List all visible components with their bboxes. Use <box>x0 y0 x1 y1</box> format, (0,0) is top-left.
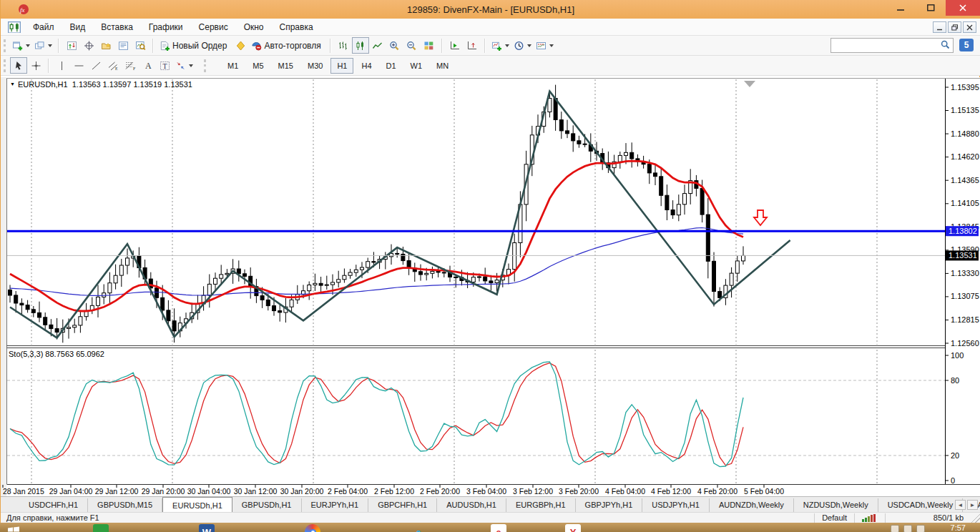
tray-icon[interactable] <box>891 525 899 532</box>
arrows-button[interactable] <box>173 57 195 74</box>
timeframe-W1-button[interactable]: W1 <box>404 58 429 74</box>
text-button[interactable]: A <box>139 57 156 74</box>
dropdown-arrow-icon[interactable] <box>549 44 554 47</box>
new-order-button[interactable]: Новый Ордер <box>157 37 232 54</box>
toolbar-grip[interactable] <box>4 39 7 52</box>
timeframe-D1-button[interactable]: D1 <box>380 58 403 74</box>
time-axis[interactable]: 28 Jan 201529 Jan 04:0029 Jan 12:0029 Ja… <box>3 485 784 496</box>
price-axis[interactable]: 1.153951.151351.148801.146201.143651.141… <box>945 79 980 485</box>
timeframe-H1-button[interactable]: H1 <box>330 58 353 74</box>
cursor-button[interactable] <box>10 57 27 74</box>
taskbar-app-yandex-browser[interactable]: Y <box>565 524 581 532</box>
taskbar-app-chrome[interactable] <box>305 524 320 532</box>
stochastic-indicator-label[interactable]: Sto(5,3,3) 88.7563 65.0962 <box>9 350 104 358</box>
maximize-button[interactable] <box>916 0 946 16</box>
mql5-community-icon[interactable]: 5 <box>959 39 974 51</box>
start-button[interactable] <box>6 524 21 532</box>
chart-line-button[interactable] <box>369 37 386 54</box>
chart-shift-button[interactable] <box>464 37 481 54</box>
menu-item-Вставка[interactable]: Вставка <box>93 20 141 34</box>
dropdown-arrow-icon[interactable] <box>26 44 30 47</box>
timeframe-M1-button[interactable]: M1 <box>221 58 245 74</box>
toolbar-grip[interactable] <box>204 59 207 72</box>
dropdown-arrow-icon[interactable] <box>189 64 193 67</box>
chart-bars-button[interactable] <box>335 37 352 54</box>
crosshair-button[interactable] <box>27 57 44 74</box>
menu-item-Сервис[interactable]: Сервис <box>191 20 236 34</box>
chart-tab-EURJPYh,H1[interactable]: EURJPYh,H1 <box>302 498 369 512</box>
templates-button[interactable] <box>534 37 556 54</box>
indicators-button[interactable] <box>489 37 511 54</box>
chart-tab-USDJPYh,H1[interactable]: USDJPYh,H1 <box>642 498 710 512</box>
chart-tab-EURUSDh,H1[interactable]: EURUSDh,H1 <box>162 497 232 512</box>
tray-icon[interactable] <box>916 525 925 532</box>
zoom-out-button[interactable] <box>403 37 421 54</box>
taskbar-app-word[interactable]: W <box>199 524 215 532</box>
chart-tab-GBPJPYh,H1[interactable]: GBPJPYh,H1 <box>576 498 643 512</box>
mdi-minimize-button[interactable] <box>933 21 946 33</box>
tabs-scroll-right-icon[interactable]: ► <box>967 500 978 510</box>
taskbar-app-internet-explorer[interactable]: e <box>411 524 426 532</box>
chart-candles-button[interactable] <box>352 37 369 54</box>
chart-tab-NZDUSDh,Weekly[interactable]: NZDUSDh,Weekly <box>794 498 878 512</box>
menu-item-Файл[interactable]: Файл <box>25 20 62 34</box>
label-button[interactable]: T <box>156 57 173 74</box>
close-button[interactable] <box>946 0 980 16</box>
tray-icon[interactable] <box>903 525 912 532</box>
autotrading-button[interactable]: Авто-торговля <box>249 37 325 54</box>
zoom-in-button[interactable] <box>386 37 403 54</box>
trendline-button[interactable] <box>87 57 104 74</box>
strategy-tester-button[interactable] <box>132 37 149 54</box>
title-bar[interactable]: fx 129859: DivenFX-Main - [EURUSDh,H1] <box>1 0 980 19</box>
navigator-button[interactable] <box>97 37 114 54</box>
mdi-restore-button[interactable] <box>948 21 961 33</box>
new-chart-button[interactable] <box>10 37 32 54</box>
market-watch-button[interactable] <box>63 37 80 54</box>
menu-item-Справка[interactable]: Справка <box>272 20 321 34</box>
autoscroll-button[interactable] <box>446 37 464 54</box>
dropdown-arrow-icon[interactable] <box>505 44 509 47</box>
chevron-down-icon[interactable]: ▼ <box>10 82 15 87</box>
metaeditor-button[interactable] <box>232 37 249 54</box>
resize-grip[interactable] <box>971 513 980 523</box>
mdi-close-button[interactable] <box>963 21 976 33</box>
toolbar-grip[interactable] <box>4 59 7 72</box>
dropdown-arrow-icon[interactable] <box>48 44 52 47</box>
vline-button[interactable] <box>53 57 70 74</box>
tabs-scroll-left-icon[interactable]: ◄ <box>955 500 966 510</box>
periods-button[interactable] <box>511 37 534 54</box>
menu-item-Вид[interactable]: Вид <box>62 20 94 34</box>
terminal-button[interactable] <box>114 37 132 54</box>
hline-button[interactable] <box>70 57 87 74</box>
windows-taskbar[interactable]: WeaY 7:57 <box>0 523 980 532</box>
profile-selector[interactable]: Default <box>814 513 854 523</box>
data-window-button[interactable] <box>80 37 97 54</box>
timeframe-M5-button[interactable]: M5 <box>246 58 270 74</box>
timeframe-M15-button[interactable]: M15 <box>272 58 300 74</box>
tile-windows-button[interactable] <box>421 37 438 54</box>
chart-tab-EURGBPh,H1[interactable]: EURGBPh,H1 <box>506 498 576 512</box>
menu-item-Графики[interactable]: Графики <box>141 20 191 34</box>
chart-tab-GBPUSDh,M15[interactable]: GBPUSDh,M15 <box>88 498 162 512</box>
search-icon[interactable] <box>938 39 953 52</box>
chart-tab-USDCADh,Weekly[interactable]: USDCADh,Weekly <box>878 498 964 512</box>
chart-tab-AUDNZDh,Weekly[interactable]: AUDNZDh,Weekly <box>710 498 794 512</box>
chart-tab-AUDUSDh,H1[interactable]: AUDUSDh,H1 <box>437 498 506 512</box>
profiles-button[interactable] <box>32 37 54 54</box>
taskbar-clock[interactable]: 7:57 <box>951 523 966 532</box>
menu-item-Окно[interactable]: Окно <box>236 20 272 34</box>
chart-canvas[interactable]: 1.153951.151351.148801.146201.143651.141… <box>1 77 980 496</box>
taskbar-app-windows-store[interactable] <box>93 524 109 532</box>
chart-symbol-header[interactable]: ▼EURUSDh,H1 1.13563 1.13597 1.13519 1.13… <box>10 80 192 89</box>
fibo-button[interactable]: F <box>122 57 139 74</box>
taskbar-app-browser-a[interactable]: a <box>491 524 506 532</box>
minimize-button[interactable] <box>886 0 916 16</box>
search-box[interactable] <box>830 38 954 53</box>
timeframe-MN-button[interactable]: MN <box>430 58 455 74</box>
timeframe-M30-button[interactable]: M30 <box>301 58 329 74</box>
channel-button[interactable]: E <box>104 57 122 74</box>
chart-tab-USDCHFh,H1[interactable]: USDCHFh,H1 <box>19 498 88 512</box>
chart-tab-GBPUSDh,H1[interactable]: GBPUSDh,H1 <box>232 498 302 512</box>
dropdown-arrow-icon[interactable] <box>527 44 531 47</box>
timeframe-H4-button[interactable]: H4 <box>355 58 378 74</box>
